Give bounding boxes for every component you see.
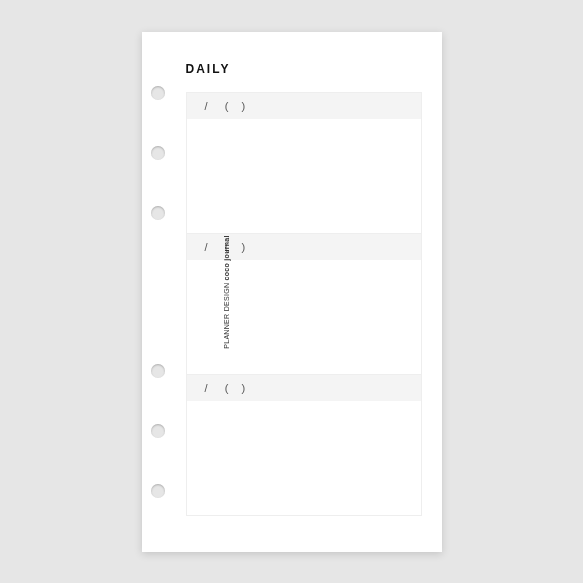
binder-hole [151, 364, 165, 378]
binder-hole [151, 206, 165, 220]
binder-hole [151, 484, 165, 498]
day-paren-close: ) [242, 382, 247, 394]
spine-branding: PLANNER DESIGN coco journal [223, 235, 230, 349]
binder-hole [151, 424, 165, 438]
date-slash: / [205, 241, 209, 253]
planner-page: DAILY PLANNER DESIGN coco journal / ( ) … [142, 32, 442, 552]
date-slash: / [205, 100, 209, 112]
spine-brand: coco journal [223, 235, 230, 280]
entries-container: / ( ) / ( ) / ( [186, 92, 422, 516]
entry-block: / ( ) [186, 375, 422, 516]
entry-writing-area[interactable] [187, 401, 421, 515]
binder-hole [151, 146, 165, 160]
entry-date-header[interactable]: / ( ) [187, 234, 421, 260]
binder-hole [151, 86, 165, 100]
entry-writing-area[interactable] [187, 119, 421, 233]
entry-block: / ( ) [186, 92, 422, 234]
entry-writing-area[interactable] [187, 260, 421, 374]
entry-block: / ( ) [186, 234, 422, 375]
page-title: DAILY [186, 62, 422, 76]
entry-date-header[interactable]: / ( ) [187, 93, 421, 119]
day-paren-close: ) [242, 100, 247, 112]
day-paren-close: ) [242, 241, 247, 253]
entry-date-header[interactable]: / ( ) [187, 375, 421, 401]
spine-prefix: PLANNER DESIGN [223, 282, 230, 348]
date-slash: / [205, 382, 209, 394]
